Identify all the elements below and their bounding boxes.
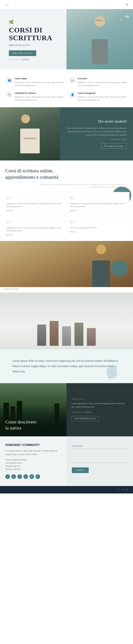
hamburger-icon[interactable]: ≡: [126, 2, 128, 6]
lorem-blob: [106, 366, 117, 379]
students-credit: Immagine da Freepik: [66, 138, 127, 140]
feature-icon-narrativa: 📖: [69, 77, 75, 83]
feature-text-narrativa: Sample text. Click to select the text bo…: [78, 81, 126, 87]
card-number-03: 03: [6, 220, 63, 225]
contact-submit-button[interactable]: INVIA: [72, 468, 89, 473]
social-icon-pinterest[interactable]: p: [24, 474, 28, 479]
contact-address-line2: Peterborough, ON: [5, 464, 61, 468]
corsi-title-section: Corsi di scrittura online,apprendimento …: [0, 160, 133, 190]
feature-title-narrativa: Narrativa: [78, 77, 126, 80]
nature-title: Come descriverela natura: [5, 419, 61, 431]
feature-icon-insegnanti: 👤: [69, 92, 75, 98]
features-section: 👥 Classi online Sample text. Click to se…: [0, 69, 133, 107]
card-text-02: Sample text. Click to select the text bo…: [70, 202, 126, 208]
hero-cta-button[interactable]: MOSTRA TUTTO: [9, 50, 36, 56]
social-icon-other[interactable]: o: [36, 474, 40, 479]
hero-right: ☁ ★: [66, 9, 133, 69]
contact-address-label: il nostro indirizzo postale è:: [5, 458, 61, 461]
social-icons-row: f t y p in o: [5, 474, 61, 479]
feature-text-abitudini: Sample text. Click to select the text bo…: [14, 96, 64, 101]
contact-right: INVIA: [66, 436, 133, 486]
hero-subtitle: Risparmia fino al 50%: [9, 44, 62, 46]
footer-social-youtube[interactable]: y: [122, 488, 124, 491]
nature-sample-label: SAMPLE TEXT:: [72, 398, 128, 400]
hero-section: 🌿 CORSI DI SCRITTURA Risparmia fino al 5…: [0, 9, 133, 69]
footer-social-facebook[interactable]: f: [116, 488, 117, 491]
nature-credit: IMMAGINE DA FREEPIK: [72, 411, 128, 413]
contact-message-textarea[interactable]: [72, 452, 128, 463]
numbered-card-01: 01 Sample text. Click to select the text…: [4, 192, 66, 215]
nature-content: Come descriverela natura: [5, 419, 61, 431]
nature-credit-link[interactable]: FREEPIK: [84, 411, 92, 413]
nature-left: Come descriverela natura: [0, 383, 66, 436]
card-number-04: 04: [70, 220, 126, 225]
card-link-02[interactable]: Di Più: [70, 210, 126, 212]
navigation: logo ≡: [0, 0, 133, 9]
card-text-03: Sample text. Click to select the text bo…: [6, 226, 63, 232]
students-credit-link[interactable]: Freepik: [121, 138, 127, 140]
social-icon-twitter[interactable]: t: [11, 474, 16, 479]
card-text-04: the text box Click again 01 Di Piu: [70, 226, 126, 229]
feature-item-narrativa: 📖 Narrativa Sample text. Click to select…: [66, 75, 130, 89]
numbered-card-03: 03 Sample text. Click to select the text…: [4, 216, 66, 239]
hero-left: 🌿 CORSI DI SCRITTURA Risparmia fino al 5…: [0, 9, 66, 69]
card-link-04[interactable]: Di Più: [70, 231, 126, 233]
card-number-01: 01: [6, 196, 63, 201]
contact-description: La scuola di scrittura è aperta dalle 10…: [5, 449, 61, 456]
students-title: Dei nostri studenti: [66, 119, 127, 124]
card-link-03[interactable]: Di Più: [6, 234, 63, 236]
numbered-card-02: 02 Sample text. Click to select the text…: [67, 192, 130, 215]
social-icon-instagram[interactable]: in: [30, 474, 34, 479]
students-more-button[interactable]: Per saperne di più: [101, 144, 127, 149]
contact-left: DOMANDE? COMMENTI? La scuola di scrittur…: [0, 436, 66, 486]
footer-social-linkedin[interactable]: in: [126, 488, 128, 491]
corsi-paragraph: PARAGRAPH: LOREM IPSUM DOLOR SIT AMET, C…: [5, 183, 128, 188]
feature-item-insegnanti: 👤 I nostri insegnanti Sample text. Click…: [66, 89, 130, 104]
nature-section: Come descriverela natura SAMPLE TEXT: Lo…: [0, 383, 133, 436]
feature-item-online: 👥 Classi online Sample text. Click to se…: [4, 75, 66, 89]
hero-title: CORSI DI SCRITTURA: [9, 26, 62, 42]
feature-icon-online: 👥: [6, 77, 12, 83]
corsi-main-title: Corsi di scrittura online,apprendimento …: [5, 168, 128, 180]
nature-right: SAMPLE TEXT: Lorem ipsum dolor sit amet,…: [66, 383, 133, 436]
hero-leaf-icon: 🌿: [9, 20, 62, 24]
contact-phone: Telefono: 700-7821: [5, 468, 61, 471]
feature-title-insegnanti: I nostri insegnanti: [78, 92, 126, 94]
students-content: Dei nostri studenti Duis aute irure dolo…: [60, 107, 133, 160]
logo: logo: [5, 3, 9, 6]
feature-icon-abitudini: ✏️: [6, 92, 12, 98]
hero-image-credit: IMMAGINE DA FREEPIK: [9, 58, 62, 60]
contact-section: DOMANDE? COMMENTI? La scuola di scrittur…: [0, 436, 133, 486]
students-text: Duis aute irure dolor in reprehenderit i…: [66, 126, 127, 136]
contact-name-input[interactable]: [72, 444, 128, 449]
students-image: [0, 107, 60, 160]
social-icon-youtube[interactable]: y: [18, 474, 22, 479]
nature-more-button[interactable]: PER SAPERNE DI PIÙ: [72, 416, 99, 421]
feature-item-abitudini: ✏️ Abitudini di scrittura Sample text. C…: [4, 89, 66, 104]
numbered-section: 01 Sample text. Click to select the text…: [0, 190, 133, 287]
lorem-text: Lorem ipsum dolor sit amet, consectetur …: [12, 358, 120, 374]
hero-credit-link[interactable]: FREEPIK: [22, 58, 29, 60]
feature-text-insegnanti: Sample text. Click to select the text bo…: [78, 96, 126, 101]
students-section: Dei nostri studenti Duis aute irure dolo…: [0, 107, 133, 160]
contact-title: DOMANDE? COMMENTI?: [5, 444, 61, 447]
group-photo-section: [0, 292, 133, 349]
teal-blob-bottom: [112, 260, 128, 276]
card-text-01: Sample text. Click to select the text bo…: [6, 202, 63, 208]
card-link-01[interactable]: Di Più: [6, 210, 63, 212]
footer: f t y in: [0, 486, 133, 494]
numbered-image-credit: Immagine da Freepik: [0, 287, 133, 292]
footer-social-twitter[interactable]: t: [119, 488, 120, 491]
feature-title-online: Classi online: [14, 77, 64, 80]
card-number-02: 02: [70, 196, 126, 201]
lorem-section: Lorem ipsum dolor sit amet, consectetur …: [0, 349, 133, 383]
feature-text-online: Sample text. Click to select the text bo…: [14, 81, 64, 87]
contact-address-line1: 1524 Charlotte Street,: [5, 461, 61, 464]
social-icon-facebook[interactable]: f: [5, 474, 10, 479]
feature-title-abitudini: Abitudini di scrittura: [14, 92, 64, 94]
nature-right-text: Lorem ipsum dolor sit amet, consectetur …: [72, 402, 128, 408]
numbered-card-04: 04 the text box Click again 01 Di Piu Di…: [67, 216, 130, 239]
